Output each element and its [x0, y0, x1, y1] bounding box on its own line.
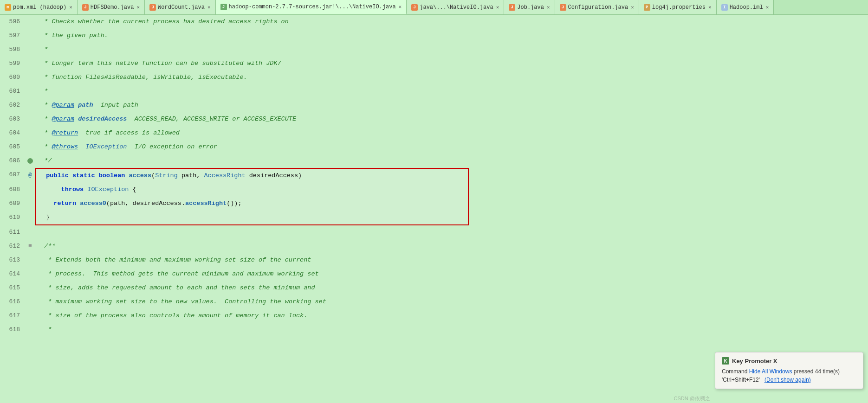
code-line-613: 613 * Extends both the minimum and maxim… [0, 253, 868, 267]
tab-job-label: Job.java [517, 4, 544, 11]
tab-hadoop-iml-label: Hadoop.iml [730, 4, 763, 11]
tab-nativeio-jar-label: hadoop-common-2.7.7-sources.jar!\...\Nat… [229, 4, 396, 10]
line-content-602: * @param path input path [35, 98, 868, 112]
line-content-617: * size of the process also controls the … [35, 309, 868, 323]
gutter-617 [26, 309, 35, 323]
line-num-604: 604 [0, 126, 26, 140]
line-content-609: return access0(path, desiredAccess.acces… [35, 197, 469, 211]
line-num-605: 605 [0, 140, 26, 154]
line-content-597: * the given path. [35, 29, 868, 43]
line-num-618: 618 [0, 323, 26, 337]
code-line-602: 602 * @param path input path [0, 98, 868, 112]
code-line-604: 604 * @return true if access is allowed [0, 126, 868, 140]
tab-configuration[interactable]: J Configuration.java ✕ [555, 0, 639, 14]
line-content-612: /** [35, 239, 868, 253]
line-content-608: throws IOException { [35, 183, 469, 197]
tab-hdfs[interactable]: J HDFSDemo.java ✕ [78, 0, 145, 14]
key-promoter-body: Command Hide All Windows pressed 44 time… [722, 367, 856, 384]
java-icon-nativeio-jar: J [220, 4, 227, 10]
line-content-615: * size, adds the requested amount to eac… [35, 281, 868, 295]
key-promoter-command-link[interactable]: Hide All Windows [749, 368, 792, 375]
gutter-601 [26, 84, 35, 98]
code-line-596: 596 * Checks whether the current process… [0, 15, 868, 29]
line-num-616: 616 [0, 295, 26, 309]
gutter-606 [26, 154, 35, 168]
tab-hadoop-iml-close[interactable]: ✕ [766, 4, 769, 10]
code-line-615: 615 * size, adds the requested amount to… [0, 281, 868, 295]
line-num-614: 614 [0, 267, 26, 281]
tab-nativeio-close[interactable]: ✕ [496, 4, 499, 10]
line-num-607: 607 [0, 168, 26, 183]
line-content-607: public static boolean access(String path… [35, 168, 469, 183]
gutter-618 [26, 323, 35, 337]
java-icon-configuration: J [560, 4, 566, 11]
gutter-602 [26, 98, 35, 112]
breakpoint-icon-606 [27, 158, 33, 164]
code-line-618: 618 * [0, 323, 868, 337]
gutter-596 [26, 15, 35, 29]
gutter-610 [26, 211, 35, 225]
tab-log4j-close[interactable]: ✕ [708, 4, 712, 10]
kp-dont-show-link[interactable]: (Don't show again) [764, 377, 811, 383]
gutter-608 [26, 183, 35, 197]
gutter-615 [26, 281, 35, 295]
line-num-597: 597 [0, 29, 26, 43]
line-num-598: 598 [0, 43, 26, 57]
line-content-616: * maximum working set size to the new va… [35, 295, 868, 309]
code-line-614: 614 * process. This method gets the curr… [0, 267, 868, 281]
tab-nativeio-jar[interactable]: J hadoop-common-2.7.7-sources.jar!\...\N… [216, 0, 407, 14]
tab-pom-close[interactable]: ✕ [69, 4, 72, 10]
kp-body-prefix: Command [722, 368, 749, 375]
line-num-606: 606 [0, 154, 26, 168]
code-line-598: 598 * [0, 43, 868, 57]
key-promoter-title-text: Key Promoter X [732, 358, 777, 365]
tab-configuration-close[interactable]: ✕ [631, 4, 634, 10]
highlight-right-border [468, 168, 469, 225]
tab-configuration-label: Configuration.java [568, 4, 628, 11]
tab-hdfs-close[interactable]: ✕ [136, 4, 140, 10]
gutter-599 [26, 57, 35, 70]
watermark: CSDN @依稠之 [674, 395, 710, 402]
gutter-616 [26, 295, 35, 309]
align-icon-612: ≡ [28, 239, 32, 253]
tab-nativeio-jar-close[interactable]: ✕ [399, 4, 402, 10]
tab-job-close[interactable]: ✕ [547, 4, 550, 10]
iml-icon: I [721, 4, 728, 11]
tab-wordcount[interactable]: J WordCount.java ✕ [145, 0, 215, 14]
code-line-607: 607 @ public static boolean access(Strin… [0, 168, 868, 183]
tab-wordcount-close[interactable]: ✕ [207, 4, 211, 10]
code-line-597: 597 * the given path. [0, 29, 868, 43]
line-content-614: * process. This method gets the current … [35, 267, 868, 281]
code-line-610: 610 } [0, 211, 868, 225]
key-promoter-icon: K [722, 357, 729, 365]
gutter-611 [26, 225, 35, 239]
kp-shortcut: 'Ctrl+Shift+F12' [722, 377, 760, 383]
tab-nativeio[interactable]: J java\...\NativeIO.java ✕ [407, 0, 504, 14]
gutter-612: ≡ [26, 239, 35, 253]
tab-log4j[interactable]: P log4j.properties ✕ [639, 0, 717, 14]
kp-body-suffix: pressed 44 time(s) [792, 368, 840, 375]
tab-hadoop-iml[interactable]: I Hadoop.iml ✕ [717, 0, 774, 14]
java-icon-wordcount: J [149, 4, 156, 11]
tab-pom[interactable]: m pom.xml (hadoop) ✕ [0, 0, 78, 14]
line-content-598: * [35, 43, 868, 57]
key-promoter-title: K Key Promoter X [722, 357, 856, 365]
line-num-617: 617 [0, 309, 26, 323]
line-num-613: 613 [0, 253, 26, 267]
java-icon-nativeio: J [411, 4, 418, 11]
tab-job[interactable]: J Job.java ✕ [504, 0, 555, 14]
line-content-603: * @param desiredAccess ACCESS_READ, ACCE… [35, 112, 868, 126]
gutter-600 [26, 70, 35, 84]
maven-icon: m [5, 4, 11, 11]
key-promoter-popup: K Key Promoter X Command Hide All Window… [715, 352, 863, 389]
line-num-603: 603 [0, 112, 26, 126]
gutter-597 [26, 29, 35, 43]
code-line-603: 603 * @param desiredAccess ACCESS_READ, … [0, 112, 868, 126]
line-num-610: 610 [0, 211, 26, 225]
gutter-605 [26, 140, 35, 154]
code-editor: 596 * Checks whether the current process… [0, 15, 868, 403]
code-line-605: 605 * @throws IOException I/O exception … [0, 140, 868, 154]
gutter-609 [26, 197, 35, 211]
code-line-616: 616 * maximum working set size to the ne… [0, 295, 868, 309]
line-num-615: 615 [0, 281, 26, 295]
